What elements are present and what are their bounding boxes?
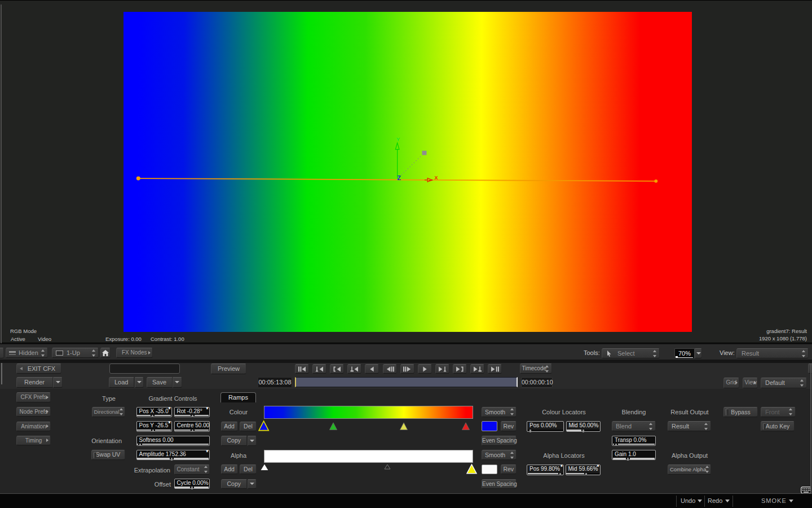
svg-text:X: X — [435, 175, 438, 181]
svg-text:Y: Y — [396, 136, 400, 142]
svg-text:Z: Z — [397, 174, 401, 181]
